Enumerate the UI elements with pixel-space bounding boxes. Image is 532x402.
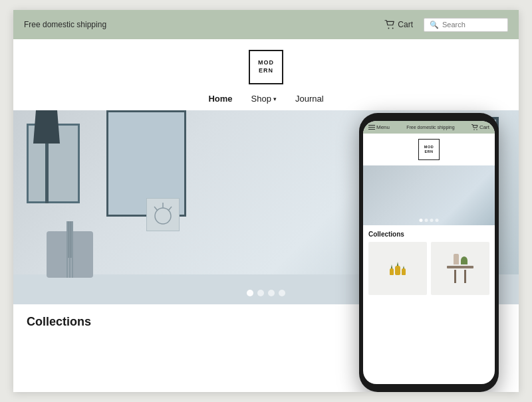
logo[interactable]: MODERN [249, 50, 283, 84]
carousel-dot-1[interactable] [247, 290, 253, 296]
floor-lamp [33, 110, 60, 203]
sofa-seat-1 [66, 258, 68, 278]
mobile-dot-3[interactable] [430, 219, 434, 222]
sofa-pillow [146, 198, 180, 231]
furniture-plant [461, 256, 467, 264]
mobile-collections: Collections [363, 225, 495, 384]
search-box[interactable]: 🔍 [424, 18, 508, 32]
cart-icon [384, 20, 395, 29]
pineapple-group [390, 262, 406, 275]
sofa-seat [66, 258, 73, 278]
hamburger-icon [368, 125, 375, 130]
chevron-down-icon: ▾ [273, 96, 277, 102]
pineapple-2 [395, 262, 400, 275]
announcement-right: Cart 🔍 [384, 18, 508, 32]
carousel-dots [247, 290, 285, 296]
site-header: MODERN Home Shop ▾ Journal [13, 39, 519, 110]
sofa [47, 221, 93, 278]
mobile-logo[interactable]: MODERN [418, 139, 440, 160]
svg-line-5 [154, 207, 158, 211]
announcement-text: Free domestic shipping [24, 20, 106, 29]
mobile-collections-title: Collections [368, 231, 489, 238]
announcement-bar: Free domestic shipping Cart 🔍 [13, 10, 519, 39]
sofa-back [66, 221, 73, 258]
logo-text: MODERN [258, 59, 274, 74]
carousel-dot-2[interactable] [257, 290, 264, 296]
mobile-cart-icon [471, 124, 478, 130]
svg-point-7 [476, 129, 477, 130]
search-input[interactable] [442, 21, 502, 29]
sofa-seat-2 [69, 258, 70, 278]
nav-home[interactable]: Home [208, 94, 232, 104]
nav-journal[interactable]: Journal [295, 94, 324, 104]
lamp-head [33, 110, 60, 144]
mobile-header: MODERN [363, 134, 495, 165]
pineapple-1 [390, 264, 394, 275]
mobile-screen: Menu Free domestic shipping Cart [363, 121, 495, 384]
furniture-shelf [447, 266, 473, 268]
mobile-top-bar: Menu Free domestic shipping Cart [363, 121, 495, 134]
mobile-hero-image [363, 165, 495, 225]
mobile-cart-button[interactable]: Cart [471, 124, 489, 130]
cart-label: Cart [398, 20, 413, 29]
mobile-menu-button[interactable]: Menu [368, 124, 390, 130]
svg-line-4 [168, 207, 172, 211]
mobile-mockup: Menu Free domestic shipping Cart [359, 113, 499, 392]
sofa-seat-area [66, 221, 73, 278]
mobile-hero [363, 165, 495, 225]
svg-point-1 [392, 28, 394, 29]
nav-shop[interactable]: Shop ▾ [251, 94, 277, 104]
mobile-carousel-dots [420, 219, 439, 222]
svg-point-6 [473, 129, 475, 130]
furniture-vase [454, 254, 459, 264]
sofa-arm-right [73, 231, 93, 278]
carousel-dot-4[interactable] [279, 290, 285, 296]
carousel-dot-3[interactable] [268, 290, 275, 296]
furniture-legs [454, 270, 466, 283]
furniture-items [454, 254, 467, 264]
sofa-arm-left [47, 231, 66, 278]
sofa-body [47, 221, 93, 278]
mobile-menu-label: Menu [376, 124, 390, 130]
main-nav: Home Shop ▾ Journal [208, 94, 323, 104]
nav-shop-label: Shop [251, 94, 271, 104]
site-container: Free domestic shipping Cart 🔍 [13, 10, 519, 392]
search-icon: 🔍 [430, 21, 439, 29]
mobile-announcement: Free domestic shipping [390, 125, 471, 130]
mobile-dot-2[interactable] [425, 219, 428, 222]
svg-point-0 [388, 28, 390, 29]
mobile-cart-label: Cart [479, 124, 489, 130]
pineapple-3 [402, 266, 406, 275]
mobile-collection-item-2[interactable] [431, 242, 489, 295]
mobile-logo-text: MODERN [424, 145, 434, 154]
lamp-pole [45, 144, 49, 203]
cart-link[interactable]: Cart [384, 20, 413, 29]
furniture-display [447, 254, 473, 283]
pillow-design [150, 201, 176, 228]
mobile-collection-grid [368, 242, 489, 295]
mobile-collection-item-1[interactable] [368, 242, 427, 295]
mobile-dot-4[interactable] [436, 219, 439, 222]
mobile-dot-1[interactable] [420, 219, 423, 222]
page-wrapper: Free domestic shipping Cart 🔍 [0, 0, 532, 402]
